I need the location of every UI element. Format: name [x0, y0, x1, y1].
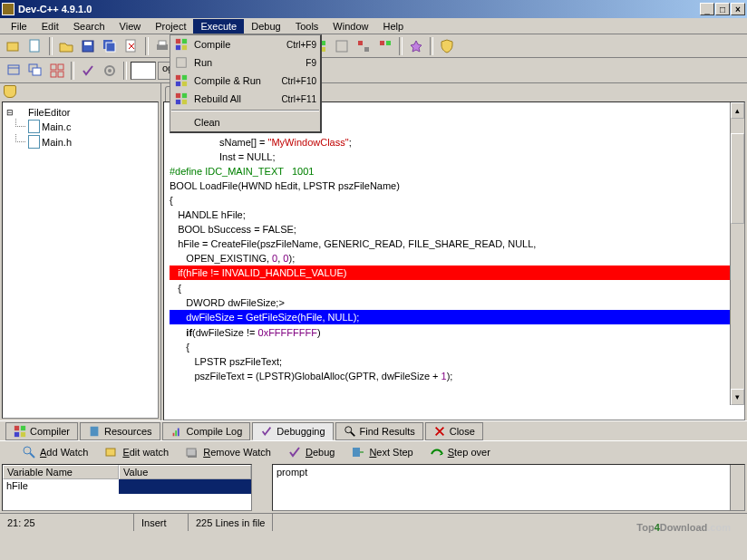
svg-rect-5: [106, 43, 115, 52]
sidebar-header[interactable]: [0, 83, 160, 100]
debug-btn-icon: [430, 445, 444, 459]
debug-remove-watch-button[interactable]: Remove Watch: [181, 443, 275, 461]
menu-debug[interactable]: Debug: [244, 19, 287, 34]
code-line: dwFileSize = GetFileSize(hFile, NULL);: [170, 310, 739, 324]
goto-input[interactable]: [131, 62, 156, 80]
window-title: Dev-C++ 4.9.1.0: [18, 4, 92, 14]
svg-rect-55: [182, 93, 187, 98]
maximize-button[interactable]: □: [715, 3, 730, 15]
code-editor[interactable]: sName[] = "MyWindowClass"; Inst = NULL;#…: [163, 101, 745, 420]
menu-file[interactable]: File: [4, 19, 34, 34]
prompt-scrollbar[interactable]: [730, 465, 744, 510]
bottom-tab-debugging[interactable]: Debugging: [252, 422, 333, 440]
menu-help[interactable]: Help: [375, 19, 411, 34]
menuitem-compile-run[interactable]: Compile & RunCtrl+F10: [170, 72, 320, 90]
project-icon: [15, 107, 26, 118]
debug-toolbar: Add WatchEdit watchRemove WatchDebugNext…: [0, 440, 747, 462]
menuitem-rebuild-all[interactable]: Rebuild AllCtrl+F11: [170, 90, 320, 108]
shield-icon[interactable]: [437, 36, 457, 56]
save-icon[interactable]: [78, 36, 98, 56]
svg-rect-49: [177, 58, 187, 68]
menu-search[interactable]: Search: [66, 19, 112, 34]
file-tree[interactable]: FileEditor Main.cMain.h: [2, 101, 159, 419]
tree-root[interactable]: FileEditor: [6, 106, 154, 119]
menu-window[interactable]: Window: [325, 19, 375, 34]
vertical-scrollbar[interactable]: [730, 102, 744, 405]
menu-view[interactable]: View: [112, 19, 149, 34]
watch-table[interactable]: Variable Name Value hFile: [2, 464, 252, 511]
svg-rect-38: [177, 428, 179, 436]
svg-rect-43: [187, 449, 196, 456]
debug-add-watch-button[interactable]: Add Watch: [18, 443, 92, 461]
tab-icon: [344, 425, 356, 438]
run-icon: [174, 55, 189, 70]
run-icon[interactable]: [332, 36, 352, 56]
check-icon[interactable]: [78, 61, 98, 81]
debug-next-step-button[interactable]: Next Step: [347, 443, 416, 461]
menu-edit[interactable]: Edit: [34, 19, 66, 34]
save-all-icon[interactable]: [100, 36, 120, 56]
debug-debug-button[interactable]: Debug: [284, 443, 338, 461]
rebuild-icon[interactable]: [375, 36, 395, 56]
watch-header-variable[interactable]: Variable Name: [3, 465, 119, 479]
new-file-icon[interactable]: [25, 36, 45, 56]
toolbar-main: A↔: [0, 34, 747, 58]
svg-rect-33: [15, 431, 19, 436]
close-button[interactable]: ×: [731, 3, 745, 15]
tree-file[interactable]: Main.h: [6, 134, 154, 150]
compile-run-icon[interactable]: [354, 36, 374, 56]
tile-icon[interactable]: [47, 61, 67, 81]
code-line: pszFileText = (LPSTR)GlobalAlloc(GPTR, d…: [170, 369, 739, 383]
svg-rect-53: [182, 82, 187, 86]
debug-btn-icon: [22, 445, 36, 459]
minimize-button[interactable]: _: [700, 3, 714, 15]
menuitem-compile[interactable]: CompileCtrl+F9: [170, 35, 320, 53]
svg-rect-32: [21, 425, 25, 430]
menuitem-clean[interactable]: Clean: [170, 113, 320, 131]
status-lines: 225 Lines in file: [189, 514, 273, 531]
code-line: HANDLE hFile;: [170, 208, 739, 222]
bottom-tab-find-results[interactable]: Find Results: [335, 422, 423, 440]
window-icon[interactable]: [4, 61, 24, 81]
grid-icon: [174, 37, 189, 52]
menuitem-run[interactable]: RunF9: [170, 53, 320, 72]
bottom-tab-compiler[interactable]: Compiler: [5, 422, 78, 440]
watch-header-value[interactable]: Value: [119, 465, 251, 479]
menu-project[interactable]: Project: [148, 19, 193, 34]
open-icon[interactable]: [56, 36, 76, 56]
bottom-tab-resources[interactable]: Resources: [80, 422, 160, 440]
status-mode: Insert: [134, 514, 189, 531]
code-line: sName[] = "MyWindowClass";: [170, 135, 739, 150]
debug-step-over-button[interactable]: Step over: [426, 443, 494, 461]
shield-small-icon: [4, 85, 16, 98]
status-position: 21: 25: [0, 514, 134, 531]
svg-rect-0: [7, 43, 18, 51]
bottom-tab-compile-log[interactable]: Compile Log: [162, 422, 251, 440]
tab-icon: [433, 425, 446, 438]
new-folder-icon[interactable]: [4, 36, 24, 56]
close-file-icon[interactable]: [121, 36, 141, 56]
svg-rect-52: [176, 82, 180, 86]
code-line: LPSTR pszFileText;: [170, 354, 739, 369]
watch-row[interactable]: hFile: [3, 479, 251, 494]
windows-icon[interactable]: [25, 61, 45, 81]
cog-icon[interactable]: [100, 61, 120, 81]
tab-icon: [14, 425, 26, 438]
svg-rect-21: [8, 65, 19, 74]
svg-rect-46: [182, 39, 187, 43]
debug-icon[interactable]: [406, 36, 426, 56]
prompt-box[interactable]: prompt: [272, 464, 745, 511]
svg-rect-17: [358, 41, 363, 45]
svg-rect-26: [58, 64, 63, 70]
debug-edit-watch-button[interactable]: Edit watch: [101, 443, 172, 461]
menu-execute[interactable]: Execute: [193, 19, 244, 34]
code-line: BOOL bSuccess = FALSE;: [170, 222, 739, 237]
bottom-tab-close[interactable]: Close: [425, 422, 483, 440]
app-icon: [2, 3, 15, 15]
svg-rect-57: [182, 100, 187, 104]
svg-rect-35: [91, 426, 99, 436]
tree-file[interactable]: Main.c: [6, 119, 154, 134]
menu-tools[interactable]: Tools: [288, 19, 326, 34]
svg-rect-44: [353, 448, 360, 457]
code-line: {: [170, 281, 739, 295]
